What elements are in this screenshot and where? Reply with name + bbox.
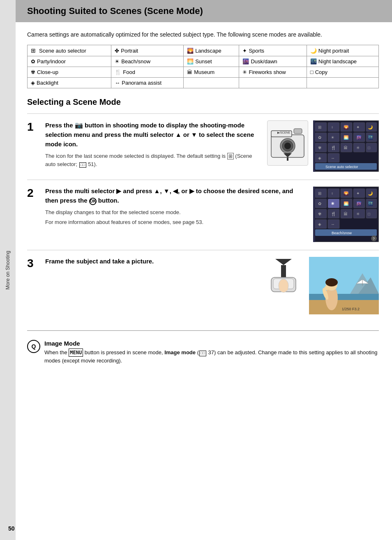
svg-text:⊞: ⊞ xyxy=(318,191,321,196)
fireworks-icon: ✳ xyxy=(242,69,247,75)
note-content: Image Mode When the MENU button is press… xyxy=(44,340,379,365)
svg-text:⊞: ⊞ xyxy=(318,125,321,129)
beach-label: Beach/snow xyxy=(121,58,150,65)
bottom-divider xyxy=(27,330,379,337)
svg-text:✿: ✿ xyxy=(318,201,321,206)
table-cell: 🏛 Museum xyxy=(184,67,239,78)
svg-text:□: □ xyxy=(368,145,370,150)
svg-text:☀: ☀ xyxy=(331,135,334,140)
svg-text:🌃: 🌃 xyxy=(368,135,373,140)
sunset-label: Sunset xyxy=(195,58,212,65)
party-label: Party/indoor xyxy=(37,58,66,65)
table-cell xyxy=(239,78,307,88)
svg-text:↔: ↔ xyxy=(331,222,335,226)
night-landscape-label: Night landscape xyxy=(318,58,357,65)
svg-text:↔: ↔ xyxy=(331,156,335,160)
step-2-number: 2 xyxy=(27,187,39,199)
museum-label: Museum xyxy=(194,69,214,75)
dusk-icon: 🌆 xyxy=(242,58,249,65)
sports-icon: ✦ xyxy=(242,48,247,54)
beach-icon: ☀ xyxy=(115,58,120,65)
table-cell: 🌙 Night portrait xyxy=(307,45,378,56)
svg-text:✿: ✿ xyxy=(318,135,321,140)
table-cell: 🌄 Landscape xyxy=(184,45,239,56)
svg-text:□: □ xyxy=(368,212,370,216)
night-portrait-label: Night portrait xyxy=(318,48,349,54)
party-icon: ✿ xyxy=(31,58,35,65)
svg-text:✦: ✦ xyxy=(356,191,360,196)
tri-up-icon: ▲ xyxy=(175,131,182,138)
scene-auto-label: Scene auto selector xyxy=(39,48,86,54)
step-1-sub: The icon for the last scene mode selecte… xyxy=(45,152,261,168)
food-icon: 🍴 xyxy=(115,69,121,75)
note-text: When the MENU button is pressed in scene… xyxy=(44,348,379,365)
table-cell: ✿ Party/indoor xyxy=(28,56,111,67)
sunset-icon: 🌅 xyxy=(187,58,194,65)
table-row: ⊞ Scene auto selector ✤ Portrait 🌄 xyxy=(28,45,379,56)
backlight-label: Backlight xyxy=(37,80,58,86)
table-row: ◈ Backlight ↔ Panorama assist xyxy=(28,78,379,88)
svg-rect-6 xyxy=(294,129,302,134)
svg-rect-99 xyxy=(309,294,379,300)
svg-text:✾: ✾ xyxy=(318,212,321,216)
svg-text:?: ? xyxy=(373,237,375,241)
sidebar-label: More on Shooting xyxy=(5,251,11,290)
lcd-screen-2: ⊞ ♀ 🌄 ✦ 🌙 ✿ ☀ 🌅 🌆 🌃 ✾ 🍴 🏛 xyxy=(313,187,379,243)
backlight-icon: ◈ xyxy=(31,80,35,86)
svg-text:♀: ♀ xyxy=(331,125,334,129)
step-1-number: 1 xyxy=(27,121,39,133)
svg-rect-46 xyxy=(313,120,315,172)
main-content: Shooting Suited to Scenes (Scene Mode) C… xyxy=(16,0,392,540)
step-3: 3 Frame the subject and take a picture. xyxy=(27,250,379,322)
svg-point-104 xyxy=(324,286,329,290)
step-2-main: Press the multi selector ▶ and press ▲, … xyxy=(45,187,307,205)
table-cell: ✾ Close-up xyxy=(28,67,111,78)
svg-text:🍴: 🍴 xyxy=(331,145,336,150)
svg-text:1/250  F3.2: 1/250 F3.2 xyxy=(342,307,360,311)
menu-button-icon: MENU xyxy=(69,348,83,357)
svg-text:🌙: 🌙 xyxy=(368,125,373,130)
svg-text:🏛: 🏛 xyxy=(344,212,348,216)
note-section: Q Image Mode When the MENU button is pre… xyxy=(27,340,379,365)
svg-text:Scene auto selector: Scene auto selector xyxy=(325,165,358,169)
table-cell: ✤ Portrait xyxy=(111,45,184,56)
svg-text:🌄: 🌄 xyxy=(344,125,349,130)
table-cell: ↔ Panorama assist xyxy=(111,78,184,88)
table-cell: 🌃 Night landscape xyxy=(307,56,378,67)
night-portrait-icon: 🌙 xyxy=(310,48,317,54)
fireworks-label: Fireworks show xyxy=(249,69,286,75)
tri-right-2-icon: ▶ xyxy=(189,187,194,194)
step-2-content: Press the multi selector ▶ and press ▲, … xyxy=(45,187,307,226)
svg-rect-8 xyxy=(287,157,288,161)
step-1-images: ▶/SCENE xyxy=(267,120,379,173)
svg-point-5 xyxy=(284,143,291,149)
svg-text:🌄: 🌄 xyxy=(344,191,349,196)
svg-text:🌃: 🌃 xyxy=(368,201,373,206)
step-2-sub1: The display changes to that for the sele… xyxy=(45,208,307,217)
svg-text:🏛: 🏛 xyxy=(344,145,348,150)
scene-auto-icon: ⊞ xyxy=(31,47,36,54)
sports-label: Sports xyxy=(249,48,264,54)
page-title: Shooting Suited to Scenes (Scene Mode) xyxy=(16,0,392,22)
table-cell: ☀ Beach/snow xyxy=(111,56,184,67)
svg-point-102 xyxy=(325,278,338,286)
shutter-button-image xyxy=(263,257,304,302)
tri-down-icon: ▼ xyxy=(191,131,197,138)
svg-text:Beach/snow: Beach/snow xyxy=(332,231,352,235)
image-mode-bold: Image mode xyxy=(164,349,196,355)
svg-text:🌆: 🌆 xyxy=(356,135,362,140)
table-row: ✿ Party/indoor ☀ Beach/snow 🌅 Sun xyxy=(28,56,379,67)
museum-icon: 🏛 xyxy=(187,69,192,75)
svg-text:◈: ◈ xyxy=(318,156,321,160)
tri-right-icon: ▶ xyxy=(116,187,121,194)
panorama-label: Panorama assist xyxy=(122,80,161,86)
sidebar: More on Shooting xyxy=(0,0,16,540)
table-cell xyxy=(307,78,378,88)
step-2-images: ⊞ ♀ 🌄 ✦ 🌙 ✿ ☀ 🌅 🌆 🌃 ✾ 🍴 🏛 xyxy=(313,187,379,243)
step-2-sub2: For more information about features of s… xyxy=(45,218,307,226)
step-3-images: 1/250 F3.2 xyxy=(263,257,379,316)
svg-text:◈: ◈ xyxy=(318,222,321,226)
landscape-label: Landscape xyxy=(195,48,221,54)
svg-text:🌙: 🌙 xyxy=(368,191,373,196)
svg-text:✾: ✾ xyxy=(318,145,321,150)
